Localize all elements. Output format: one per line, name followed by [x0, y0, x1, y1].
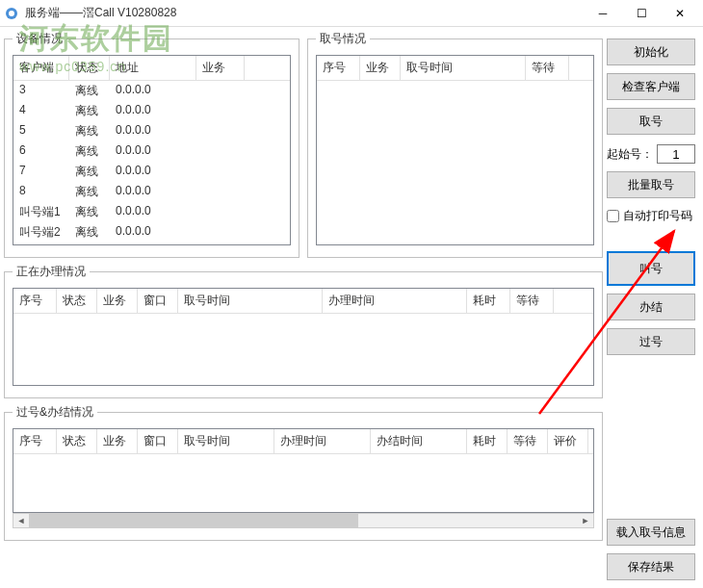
column-header[interactable]: 状态	[69, 56, 110, 80]
table-cell: 离线	[69, 222, 110, 243]
table-cell: 0.0.0.0	[110, 182, 196, 202]
titlebar: 服务端——滘Call V10280828 ─ ☐ ✕	[0, 0, 703, 27]
table-cell: 7	[13, 162, 69, 182]
column-header[interactable]: 窗口	[138, 429, 178, 453]
column-header[interactable]: 耗时	[467, 289, 510, 313]
check-client-button[interactable]: 检查客户端	[607, 73, 695, 100]
column-header[interactable]: 耗时	[467, 429, 508, 453]
table-cell: 4	[13, 101, 69, 121]
table-row[interactable]: 取号端1离线0.0.0.0	[13, 243, 290, 245]
table-row[interactable]: 5离线0.0.0.0	[13, 121, 290, 141]
processing-table[interactable]: 序号状态业务窗口取号时间办理时间耗时等待	[13, 288, 594, 386]
minimize-button[interactable]: ─	[584, 0, 622, 27]
column-header[interactable]: 地址	[110, 56, 196, 80]
column-header[interactable]: 业务	[97, 289, 138, 313]
table-row[interactable]: 4离线0.0.0.0	[13, 101, 290, 121]
column-header[interactable]: 等待	[510, 289, 554, 313]
queue-table[interactable]: 序号业务取号时间等待	[316, 55, 594, 245]
column-header[interactable]: 窗口	[138, 289, 178, 313]
table-row[interactable]: 3离线0.0.0.0	[13, 81, 290, 101]
table-cell: 离线	[69, 182, 110, 202]
column-header[interactable]: 序号	[317, 56, 360, 80]
table-cell: 5	[13, 121, 69, 141]
table-cell	[196, 243, 245, 245]
queue-status-legend: 取号情况	[316, 31, 370, 47]
save-result-button[interactable]: 保存结果	[607, 553, 695, 580]
table-cell: 叫号端2	[13, 222, 69, 243]
column-header[interactable]: 取号时间	[178, 429, 274, 453]
history-group: 过号&办结情况 序号状态业务窗口取号时间办理时间办结时间耗时等待评价 ◄ ►	[4, 404, 603, 541]
table-cell: 离线	[69, 121, 110, 141]
scroll-left-icon[interactable]: ◄	[13, 514, 29, 527]
history-legend: 过号&办结情况	[13, 404, 97, 421]
column-header[interactable]: 办理时间	[323, 289, 467, 313]
table-cell: 取号端1	[13, 243, 69, 245]
column-header[interactable]: 办理时间	[274, 429, 371, 453]
start-number-input[interactable]	[657, 144, 695, 164]
column-header[interactable]: 序号	[13, 289, 57, 313]
table-cell	[196, 162, 245, 182]
table-cell: 离线	[69, 81, 110, 101]
column-header[interactable]: 客户端	[13, 56, 69, 80]
window-title: 服务端——滘Call V10280828	[25, 5, 584, 21]
column-header[interactable]: 等待	[526, 56, 569, 80]
column-header[interactable]: 业务	[97, 429, 138, 453]
skip-button[interactable]: 过号	[607, 328, 695, 355]
table-cell: 0.0.0.0	[110, 162, 196, 182]
table-cell: 离线	[69, 101, 110, 121]
processing-legend: 正在办理情况	[13, 264, 90, 280]
table-cell: 6	[13, 141, 69, 162]
table-row[interactable]: 6离线0.0.0.0	[13, 141, 290, 162]
column-header[interactable]: 状态	[57, 429, 97, 453]
history-table[interactable]: 序号状态业务窗口取号时间办理时间办结时间耗时等待评价	[13, 428, 594, 513]
history-scrollbar[interactable]: ◄ ►	[13, 513, 594, 528]
auto-print-checkbox[interactable]	[607, 210, 619, 222]
table-cell: 0.0.0.0	[110, 243, 196, 245]
device-table[interactable]: 客户端状态地址业务 3离线0.0.0.04离线0.0.0.05离线0.0.0.0…	[13, 55, 291, 245]
table-cell: 0.0.0.0	[110, 222, 196, 243]
table-cell	[196, 202, 245, 222]
init-button[interactable]: 初始化	[607, 38, 695, 65]
table-cell: 离线	[69, 141, 110, 162]
maximize-button[interactable]: ☐	[622, 0, 661, 27]
table-cell: 0.0.0.0	[110, 121, 196, 141]
table-cell	[196, 222, 245, 243]
sidebar: 初始化 检查客户端 取号 起始号： 批量取号 自动打印号码 叫号 办结 过号 载…	[603, 31, 699, 584]
queue-status-group: 取号情况 序号业务取号时间等待	[307, 31, 603, 258]
table-cell: 叫号端1	[13, 202, 69, 222]
table-row[interactable]: 叫号端2离线0.0.0.0	[13, 222, 290, 243]
processing-group: 正在办理情况 序号状态业务窗口取号时间办理时间耗时等待	[4, 264, 603, 398]
column-header[interactable]: 取号时间	[178, 289, 323, 313]
table-row[interactable]: 叫号端1离线0.0.0.0	[13, 202, 290, 222]
table-cell: 0.0.0.0	[110, 202, 196, 222]
call-button[interactable]: 叫号	[607, 251, 695, 286]
column-header[interactable]: 办结时间	[371, 429, 467, 453]
table-cell	[196, 101, 245, 121]
app-icon	[4, 6, 19, 21]
column-header[interactable]: 评价	[548, 429, 588, 453]
finish-button[interactable]: 办结	[607, 294, 695, 320]
device-status-group: 设备情况 客户端状态地址业务 3离线0.0.0.04离线0.0.0.05离线0.…	[4, 31, 299, 258]
column-header[interactable]: 序号	[13, 429, 57, 453]
auto-print-label: 自动打印号码	[623, 208, 692, 224]
table-cell: 0.0.0.0	[110, 141, 196, 162]
batch-take-button[interactable]: 批量取号	[607, 171, 695, 198]
table-row[interactable]: 8离线0.0.0.0	[13, 182, 290, 202]
table-cell: 离线	[69, 202, 110, 222]
load-info-button[interactable]: 载入取号信息	[607, 519, 695, 546]
column-header[interactable]: 业务	[196, 56, 245, 80]
table-row[interactable]: 7离线0.0.0.0	[13, 162, 290, 182]
table-cell: 3	[13, 81, 69, 101]
auto-print-row[interactable]: 自动打印号码	[607, 208, 695, 224]
table-cell: 0.0.0.0	[110, 101, 196, 121]
column-header[interactable]: 取号时间	[401, 56, 526, 80]
table-cell	[196, 81, 245, 101]
column-header[interactable]: 状态	[57, 289, 97, 313]
close-button[interactable]: ✕	[661, 0, 699, 27]
table-cell: 8	[13, 182, 69, 202]
device-status-legend: 设备情况	[13, 31, 66, 47]
column-header[interactable]: 业务	[360, 56, 401, 80]
column-header[interactable]: 等待	[508, 429, 548, 453]
scroll-right-icon[interactable]: ►	[578, 514, 593, 527]
take-number-button[interactable]: 取号	[607, 108, 695, 135]
